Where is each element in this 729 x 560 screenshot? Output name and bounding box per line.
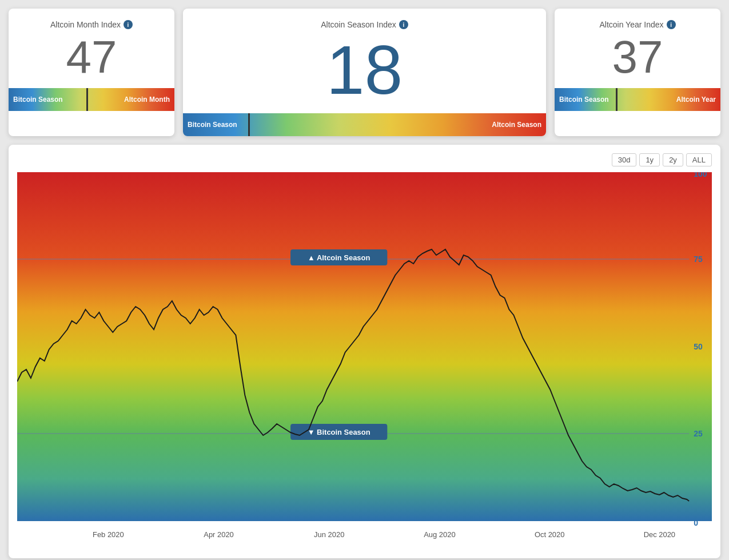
main-index-card: Altcoin Season Index i 18 Bitcoin Season… [183, 9, 546, 136]
year-gradient-bar-container: Bitcoin Season Altcoin Year [555, 88, 720, 111]
month-gradient-bar: Bitcoin Season Altcoin Month [9, 88, 174, 111]
y-label-25: 25 [694, 429, 703, 438]
month-card-title: Altcoin Month Index i [23, 20, 160, 29]
y-label-0: 0 [694, 518, 698, 527]
year-gradient-bar: Bitcoin Season Altcoin Year [555, 88, 720, 111]
month-card-value: 47 [23, 32, 160, 82]
chart-card: 30d 1y 2y ALL [9, 145, 720, 558]
x-label-jun: Jun 2020 [314, 530, 344, 539]
main-label-left: Bitcoin Season [188, 121, 237, 129]
month-index-card: Altcoin Month Index i 47 Bitcoin Season … [9, 9, 174, 136]
main-info-icon[interactable]: i [399, 20, 408, 29]
y-label-75: 75 [694, 255, 703, 264]
year-index-card: Altcoin Year Index i 37 Bitcoin Season A… [555, 9, 720, 136]
x-label-feb: Feb 2020 [93, 530, 124, 539]
year-info-icon[interactable]: i [667, 20, 676, 29]
top-cards-container: Altcoin Month Index i 47 Bitcoin Season … [9, 9, 720, 136]
month-label-right: Altcoin Month [124, 96, 170, 104]
main-gradient-bar: Bitcoin Season Altcoin Season [183, 113, 546, 136]
chart-controls: 30d 1y 2y ALL [17, 153, 712, 166]
month-indicator [86, 88, 88, 111]
y-label-100: 100 [694, 172, 707, 178]
year-card-title: Altcoin Year Index i [569, 20, 706, 29]
main-card-value: 18 [197, 32, 532, 108]
btn-all[interactable]: ALL [686, 153, 712, 166]
month-gradient-bar-container: Bitcoin Season Altcoin Month [9, 88, 174, 111]
btn-2y[interactable]: 2y [663, 153, 683, 166]
chart-bg [17, 172, 712, 521]
chart-svg: 100 75 50 25 0 ▲ Altcoin Season ▼ Bitcoi… [17, 172, 712, 550]
bitcoin-season-badge-text: ▼ Bitcoin Season [308, 428, 371, 436]
y-label-50: 50 [694, 342, 703, 351]
btn-30d[interactable]: 30d [612, 153, 637, 166]
month-label-left: Bitcoin Season [13, 96, 63, 104]
main-card-title: Altcoin Season Index i [197, 20, 532, 29]
x-label-dec: Dec 2020 [644, 530, 675, 539]
year-card-value: 37 [569, 32, 706, 82]
main-indicator [248, 113, 250, 136]
main-gradient-bar-container: Bitcoin Season Altcoin Season [183, 113, 546, 136]
year-indicator [616, 88, 618, 111]
x-label-aug: Aug 2020 [424, 530, 455, 539]
year-label-right: Altcoin Year [676, 96, 716, 104]
year-label-left: Bitcoin Season [559, 96, 609, 104]
x-label-apr: Apr 2020 [204, 530, 234, 539]
chart-wrapper: 100 75 50 25 0 ▲ Altcoin Season ▼ Bitcoi… [17, 172, 712, 550]
btn-1y[interactable]: 1y [639, 153, 660, 166]
month-info-icon[interactable]: i [124, 20, 133, 29]
x-label-oct: Oct 2020 [535, 530, 565, 539]
altcoin-season-badge-text: ▲ Altcoin Season [308, 253, 370, 262]
main-label-right: Altcoin Season [492, 121, 541, 129]
